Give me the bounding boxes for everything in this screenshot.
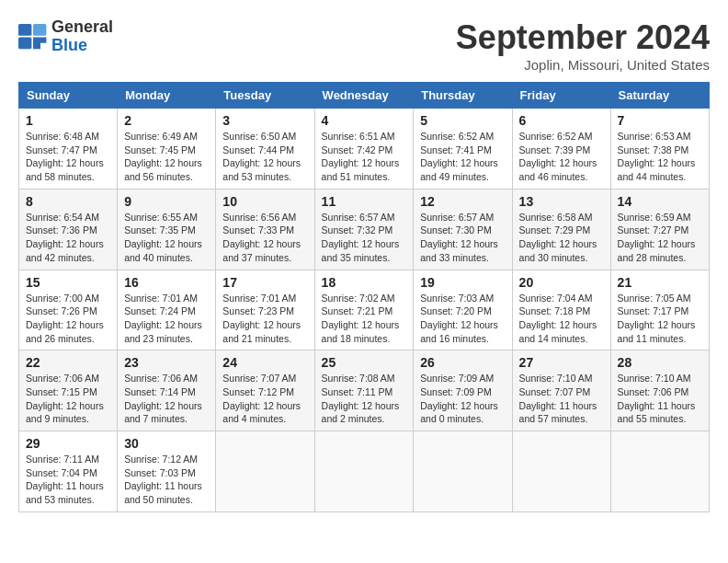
calendar-cell: 27Sunrise: 7:10 AMSunset: 7:07 PMDayligh…	[512, 350, 610, 431]
calendar-table: SundayMondayTuesdayWednesdayThursdayFrid…	[18, 82, 710, 512]
day-info: Sunrise: 7:06 AMSunset: 7:14 PMDaylight:…	[124, 372, 209, 426]
day-number: 20	[519, 275, 604, 290]
day-info: Sunrise: 7:04 AMSunset: 7:18 PMDaylight:…	[519, 292, 604, 346]
day-info: Sunrise: 6:54 AMSunset: 7:36 PMDaylight:…	[26, 211, 110, 265]
calendar-cell	[414, 431, 512, 512]
calendar-cell: 2Sunrise: 6:49 AMSunset: 7:45 PMDaylight…	[118, 109, 216, 190]
month-title: September 2024	[456, 18, 710, 57]
day-info: Sunrise: 7:08 AMSunset: 7:11 PMDaylight:…	[322, 372, 407, 426]
day-info: Sunrise: 6:49 AMSunset: 7:45 PMDaylight:…	[124, 130, 209, 184]
calendar-cell: 30Sunrise: 7:12 AMSunset: 7:03 PMDayligh…	[118, 431, 216, 512]
day-number: 27	[519, 355, 604, 370]
calendar-cell: 11Sunrise: 6:57 AMSunset: 7:32 PMDayligh…	[314, 189, 414, 270]
day-number: 8	[26, 194, 110, 209]
day-number: 3	[222, 113, 307, 128]
day-info: Sunrise: 7:02 AMSunset: 7:21 PMDaylight:…	[322, 292, 407, 346]
calendar-cell: 29Sunrise: 7:11 AMSunset: 7:04 PMDayligh…	[19, 431, 118, 512]
day-info: Sunrise: 6:57 AMSunset: 7:32 PMDaylight:…	[322, 211, 407, 265]
calendar-cell	[216, 431, 314, 512]
svg-rect-2	[33, 24, 46, 36]
calendar-cell: 8Sunrise: 6:54 AMSunset: 7:36 PMDaylight…	[19, 189, 118, 270]
day-of-week-header: Friday	[512, 83, 610, 109]
day-info: Sunrise: 6:48 AMSunset: 7:47 PMDaylight:…	[26, 130, 110, 184]
calendar-cell: 20Sunrise: 7:04 AMSunset: 7:18 PMDayligh…	[512, 270, 610, 350]
calendar-cell: 4Sunrise: 6:51 AMSunset: 7:42 PMDaylight…	[314, 109, 414, 190]
day-number: 5	[420, 113, 505, 128]
calendar-cell: 15Sunrise: 7:00 AMSunset: 7:26 PMDayligh…	[19, 270, 118, 350]
calendar-cell: 7Sunrise: 6:53 AMSunset: 7:38 PMDaylight…	[610, 109, 709, 190]
day-info: Sunrise: 6:56 AMSunset: 7:33 PMDaylight:…	[222, 211, 307, 265]
calendar-cell: 9Sunrise: 6:55 AMSunset: 7:35 PMDaylight…	[118, 189, 216, 270]
calendar-cell	[314, 431, 414, 512]
day-number: 30	[124, 436, 209, 451]
day-number: 1	[26, 113, 110, 128]
day-number: 14	[618, 194, 702, 209]
day-number: 23	[124, 355, 209, 370]
day-number: 9	[124, 194, 209, 209]
day-of-week-header: Monday	[118, 83, 216, 109]
day-number: 13	[519, 194, 604, 209]
day-info: Sunrise: 7:10 AMSunset: 7:07 PMDaylight:…	[519, 372, 604, 426]
day-info: Sunrise: 7:05 AMSunset: 7:17 PMDaylight:…	[618, 292, 702, 346]
day-number: 28	[618, 355, 702, 370]
calendar-cell: 10Sunrise: 6:56 AMSunset: 7:33 PMDayligh…	[216, 189, 314, 270]
day-info: Sunrise: 7:10 AMSunset: 7:06 PMDaylight:…	[618, 372, 702, 426]
location: Joplin, Missouri, United States	[456, 57, 710, 73]
calendar-cell	[610, 431, 709, 512]
logo-text: General Blue	[51, 18, 113, 55]
page-header: General Blue September 2024 Joplin, Miss…	[18, 18, 710, 73]
day-info: Sunrise: 6:52 AMSunset: 7:41 PMDaylight:…	[420, 130, 505, 184]
day-number: 7	[618, 113, 702, 128]
day-info: Sunrise: 6:59 AMSunset: 7:27 PMDaylight:…	[618, 211, 702, 265]
calendar-week-row: 22Sunrise: 7:06 AMSunset: 7:15 PMDayligh…	[19, 350, 710, 431]
svg-rect-0	[18, 24, 31, 36]
day-number: 6	[519, 113, 604, 128]
title-area: September 2024 Joplin, Missouri, United …	[456, 18, 710, 73]
day-info: Sunrise: 7:07 AMSunset: 7:12 PMDaylight:…	[222, 372, 307, 426]
day-info: Sunrise: 7:11 AMSunset: 7:04 PMDaylight:…	[26, 453, 110, 507]
calendar-cell: 23Sunrise: 7:06 AMSunset: 7:14 PMDayligh…	[118, 350, 216, 431]
day-info: Sunrise: 6:50 AMSunset: 7:44 PMDaylight:…	[222, 130, 307, 184]
day-number: 11	[322, 194, 407, 209]
calendar-cell: 25Sunrise: 7:08 AMSunset: 7:11 PMDayligh…	[314, 350, 414, 431]
day-of-week-header: Wednesday	[314, 83, 414, 109]
day-info: Sunrise: 7:09 AMSunset: 7:09 PMDaylight:…	[420, 372, 505, 426]
logo-icon	[18, 24, 48, 50]
day-info: Sunrise: 7:03 AMSunset: 7:20 PMDaylight:…	[420, 292, 505, 346]
calendar-cell: 6Sunrise: 6:52 AMSunset: 7:39 PMDaylight…	[512, 109, 610, 190]
day-info: Sunrise: 6:58 AMSunset: 7:29 PMDaylight:…	[519, 211, 604, 265]
calendar-week-row: 1Sunrise: 6:48 AMSunset: 7:47 PMDaylight…	[19, 109, 710, 190]
calendar-cell: 18Sunrise: 7:02 AMSunset: 7:21 PMDayligh…	[314, 270, 414, 350]
calendar-cell: 26Sunrise: 7:09 AMSunset: 7:09 PMDayligh…	[414, 350, 512, 431]
calendar-cell: 19Sunrise: 7:03 AMSunset: 7:20 PMDayligh…	[414, 270, 512, 350]
day-number: 19	[420, 275, 505, 290]
day-number: 22	[26, 355, 110, 370]
day-number: 10	[222, 194, 307, 209]
day-info: Sunrise: 7:00 AMSunset: 7:26 PMDaylight:…	[26, 292, 110, 346]
calendar-cell	[512, 431, 610, 512]
day-of-week-header: Sunday	[19, 83, 118, 109]
day-of-week-header: Thursday	[414, 83, 512, 109]
calendar-cell: 28Sunrise: 7:10 AMSunset: 7:06 PMDayligh…	[610, 350, 709, 431]
day-info: Sunrise: 6:57 AMSunset: 7:30 PMDaylight:…	[420, 211, 505, 265]
calendar-cell: 1Sunrise: 6:48 AMSunset: 7:47 PMDaylight…	[19, 109, 118, 190]
day-number: 16	[124, 275, 209, 290]
day-info: Sunrise: 6:52 AMSunset: 7:39 PMDaylight:…	[519, 130, 604, 184]
day-number: 26	[420, 355, 505, 370]
calendar-cell: 5Sunrise: 6:52 AMSunset: 7:41 PMDaylight…	[414, 109, 512, 190]
calendar-cell: 24Sunrise: 7:07 AMSunset: 7:12 PMDayligh…	[216, 350, 314, 431]
day-number: 29	[26, 436, 110, 451]
day-number: 15	[26, 275, 110, 290]
logo: General Blue	[18, 18, 113, 55]
calendar-cell: 17Sunrise: 7:01 AMSunset: 7:23 PMDayligh…	[216, 270, 314, 350]
day-info: Sunrise: 7:01 AMSunset: 7:23 PMDaylight:…	[222, 292, 307, 346]
svg-rect-1	[18, 37, 31, 49]
day-number: 17	[222, 275, 307, 290]
calendar-cell: 22Sunrise: 7:06 AMSunset: 7:15 PMDayligh…	[19, 350, 118, 431]
day-info: Sunrise: 6:55 AMSunset: 7:35 PMDaylight:…	[124, 211, 209, 265]
day-info: Sunrise: 7:01 AMSunset: 7:24 PMDaylight:…	[124, 292, 209, 346]
calendar-week-row: 8Sunrise: 6:54 AMSunset: 7:36 PMDaylight…	[19, 189, 710, 270]
day-number: 18	[322, 275, 407, 290]
calendar-week-row: 29Sunrise: 7:11 AMSunset: 7:04 PMDayligh…	[19, 431, 710, 512]
calendar-cell: 21Sunrise: 7:05 AMSunset: 7:17 PMDayligh…	[610, 270, 709, 350]
